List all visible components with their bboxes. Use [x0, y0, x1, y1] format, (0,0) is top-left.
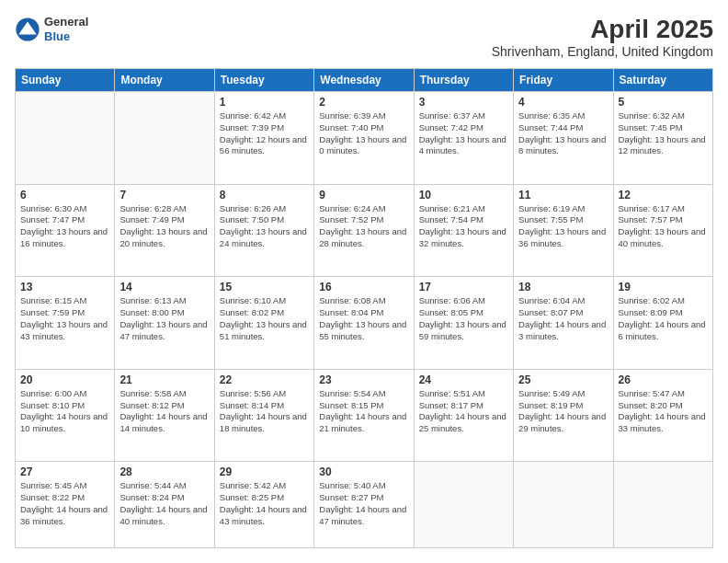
day-number: 26: [619, 373, 708, 386]
day-number: 13: [20, 281, 109, 293]
day-info: Sunrise: 6:28 AM Sunset: 7:49 PM Dayligh…: [119, 203, 209, 250]
day-info: Sunrise: 6:06 AM Sunset: 8:05 PM Dayligh…: [419, 295, 508, 342]
day-number: 6: [20, 189, 109, 201]
day-cell-w4-d1: 28Sunrise: 5:44 AM Sunset: 8:24 PM Dayli…: [115, 462, 214, 548]
day-number: 8: [220, 189, 309, 201]
day-number: 16: [319, 281, 408, 293]
day-cell-w2-d0: 13Sunrise: 6:15 AM Sunset: 7:59 PM Dayli…: [16, 277, 115, 370]
day-cell-w4-d6: [613, 462, 712, 548]
day-cell-w3-d0: 20Sunrise: 6:00 AM Sunset: 8:10 PM Dayli…: [16, 369, 115, 462]
day-number: 22: [220, 373, 309, 386]
day-info: Sunrise: 5:58 AM Sunset: 8:12 PM Dayligh…: [119, 388, 209, 435]
day-number: 9: [319, 189, 408, 201]
day-number: 21: [119, 373, 209, 386]
day-info: Sunrise: 6:17 AM Sunset: 7:57 PM Dayligh…: [619, 203, 708, 250]
day-cell-w1-d4: 10Sunrise: 6:21 AM Sunset: 7:54 PM Dayli…: [414, 184, 513, 277]
day-cell-w3-d2: 22Sunrise: 5:56 AM Sunset: 8:14 PM Dayli…: [214, 369, 313, 462]
day-info: Sunrise: 5:49 AM Sunset: 8:19 PM Dayligh…: [518, 388, 608, 435]
day-number: 7: [119, 189, 209, 201]
day-info: Sunrise: 5:47 AM Sunset: 8:20 PM Dayligh…: [619, 388, 708, 435]
day-cell-w2-d2: 15Sunrise: 6:10 AM Sunset: 8:02 PM Dayli…: [214, 277, 313, 370]
day-info: Sunrise: 6:39 AM Sunset: 7:40 PM Dayligh…: [319, 110, 408, 157]
header-sunday: Sunday: [16, 69, 115, 92]
day-number: 17: [419, 281, 508, 293]
header-monday: Monday: [115, 69, 214, 92]
day-cell-w0-d6: 5Sunrise: 6:32 AM Sunset: 7:45 PM Daylig…: [613, 92, 712, 185]
day-info: Sunrise: 5:42 AM Sunset: 8:25 PM Dayligh…: [220, 480, 309, 527]
day-info: Sunrise: 6:30 AM Sunset: 7:47 PM Dayligh…: [20, 203, 109, 250]
day-cell-w1-d1: 7Sunrise: 6:28 AM Sunset: 7:49 PM Daylig…: [115, 184, 214, 277]
day-info: Sunrise: 6:35 AM Sunset: 7:44 PM Dayligh…: [518, 110, 608, 157]
day-info: Sunrise: 6:32 AM Sunset: 7:45 PM Dayligh…: [619, 110, 708, 157]
day-number: 14: [119, 281, 209, 293]
day-cell-w4-d5: [514, 462, 613, 548]
header-saturday: Saturday: [613, 69, 712, 92]
logo-blue: Blue: [44, 29, 88, 44]
week-row-1: 6Sunrise: 6:30 AM Sunset: 7:47 PM Daylig…: [16, 184, 713, 277]
day-info: Sunrise: 5:51 AM Sunset: 8:17 PM Dayligh…: [419, 388, 508, 435]
day-number: 23: [319, 373, 408, 386]
day-cell-w2-d4: 17Sunrise: 6:06 AM Sunset: 8:05 PM Dayli…: [414, 277, 513, 370]
day-cell-w4-d3: 30Sunrise: 5:40 AM Sunset: 8:27 PM Dayli…: [314, 462, 414, 548]
day-info: Sunrise: 6:24 AM Sunset: 7:52 PM Dayligh…: [319, 203, 408, 250]
day-info: Sunrise: 5:44 AM Sunset: 8:24 PM Dayligh…: [119, 480, 209, 527]
day-cell-w0-d1: [115, 92, 214, 185]
day-info: Sunrise: 6:21 AM Sunset: 7:54 PM Dayligh…: [419, 203, 508, 250]
day-cell-w1-d2: 8Sunrise: 6:26 AM Sunset: 7:50 PM Daylig…: [214, 184, 313, 277]
day-number: 10: [419, 189, 508, 201]
day-cell-w2-d6: 19Sunrise: 6:02 AM Sunset: 8:09 PM Dayli…: [613, 277, 712, 370]
day-info: Sunrise: 6:42 AM Sunset: 7:39 PM Dayligh…: [220, 110, 309, 157]
day-number: 28: [119, 465, 209, 478]
day-number: 2: [319, 96, 408, 109]
day-cell-w0-d0: [16, 92, 115, 185]
page: General Blue April 2025 Shrivenham, Engl…: [0, 0, 728, 563]
day-cell-w4-d0: 27Sunrise: 5:45 AM Sunset: 8:22 PM Dayli…: [16, 462, 115, 548]
day-cell-w3-d5: 25Sunrise: 5:49 AM Sunset: 8:19 PM Dayli…: [514, 369, 613, 462]
day-info: Sunrise: 5:54 AM Sunset: 8:15 PM Dayligh…: [319, 388, 408, 435]
header-wednesday: Wednesday: [314, 69, 414, 92]
header-tuesday: Tuesday: [214, 69, 313, 92]
day-cell-w3-d6: 26Sunrise: 5:47 AM Sunset: 8:20 PM Dayli…: [613, 369, 712, 462]
day-info: Sunrise: 6:10 AM Sunset: 8:02 PM Dayligh…: [220, 295, 309, 342]
day-number: 19: [619, 281, 708, 293]
logo-text: General Blue: [44, 15, 88, 43]
day-number: 30: [319, 465, 408, 478]
week-row-2: 13Sunrise: 6:15 AM Sunset: 7:59 PM Dayli…: [16, 277, 713, 370]
day-info: Sunrise: 6:04 AM Sunset: 8:07 PM Dayligh…: [518, 295, 608, 342]
day-cell-w2-d5: 18Sunrise: 6:04 AM Sunset: 8:07 PM Dayli…: [514, 277, 613, 370]
day-info: Sunrise: 6:08 AM Sunset: 8:04 PM Dayligh…: [319, 295, 408, 342]
day-cell-w3-d3: 23Sunrise: 5:54 AM Sunset: 8:15 PM Dayli…: [314, 369, 414, 462]
day-info: Sunrise: 6:26 AM Sunset: 7:50 PM Dayligh…: [220, 203, 309, 250]
calendar-body: 1Sunrise: 6:42 AM Sunset: 7:39 PM Daylig…: [16, 92, 713, 548]
day-number: 18: [518, 281, 608, 293]
day-info: Sunrise: 6:02 AM Sunset: 8:09 PM Dayligh…: [619, 295, 708, 342]
calendar-subtitle: Shrivenham, England, United Kingdom: [492, 44, 713, 59]
day-cell-w1-d3: 9Sunrise: 6:24 AM Sunset: 7:52 PM Daylig…: [314, 184, 414, 277]
calendar-title: April 2025: [492, 15, 713, 44]
logo-icon: [15, 17, 40, 42]
day-cell-w3-d4: 24Sunrise: 5:51 AM Sunset: 8:17 PM Dayli…: [414, 369, 513, 462]
day-cell-w1-d5: 11Sunrise: 6:19 AM Sunset: 7:55 PM Dayli…: [514, 184, 613, 277]
day-info: Sunrise: 6:19 AM Sunset: 7:55 PM Dayligh…: [518, 203, 608, 250]
day-info: Sunrise: 6:37 AM Sunset: 7:42 PM Dayligh…: [419, 110, 508, 157]
day-cell-w1-d0: 6Sunrise: 6:30 AM Sunset: 7:47 PM Daylig…: [16, 184, 115, 277]
header-thursday: Thursday: [414, 69, 513, 92]
day-info: Sunrise: 6:13 AM Sunset: 8:00 PM Dayligh…: [119, 295, 209, 342]
day-cell-w0-d4: 3Sunrise: 6:37 AM Sunset: 7:42 PM Daylig…: [414, 92, 513, 185]
calendar-table: Sunday Monday Tuesday Wednesday Thursday…: [15, 68, 713, 548]
day-cell-w2-d1: 14Sunrise: 6:13 AM Sunset: 8:00 PM Dayli…: [115, 277, 214, 370]
logo: General Blue: [15, 15, 88, 43]
day-number: 27: [20, 465, 109, 478]
day-cell-w0-d3: 2Sunrise: 6:39 AM Sunset: 7:40 PM Daylig…: [314, 92, 414, 185]
day-number: 20: [20, 373, 109, 386]
day-number: 5: [619, 96, 708, 109]
day-cell-w4-d2: 29Sunrise: 5:42 AM Sunset: 8:25 PM Dayli…: [214, 462, 313, 548]
day-number: 25: [518, 373, 608, 386]
day-cell-w2-d3: 16Sunrise: 6:08 AM Sunset: 8:04 PM Dayli…: [314, 277, 414, 370]
day-number: 3: [419, 96, 508, 109]
title-block: April 2025 Shrivenham, England, United K…: [492, 15, 713, 59]
day-info: Sunrise: 5:45 AM Sunset: 8:22 PM Dayligh…: [20, 480, 109, 527]
day-info: Sunrise: 6:00 AM Sunset: 8:10 PM Dayligh…: [20, 388, 109, 435]
header: General Blue April 2025 Shrivenham, Engl…: [15, 15, 713, 59]
day-number: 12: [619, 189, 708, 201]
